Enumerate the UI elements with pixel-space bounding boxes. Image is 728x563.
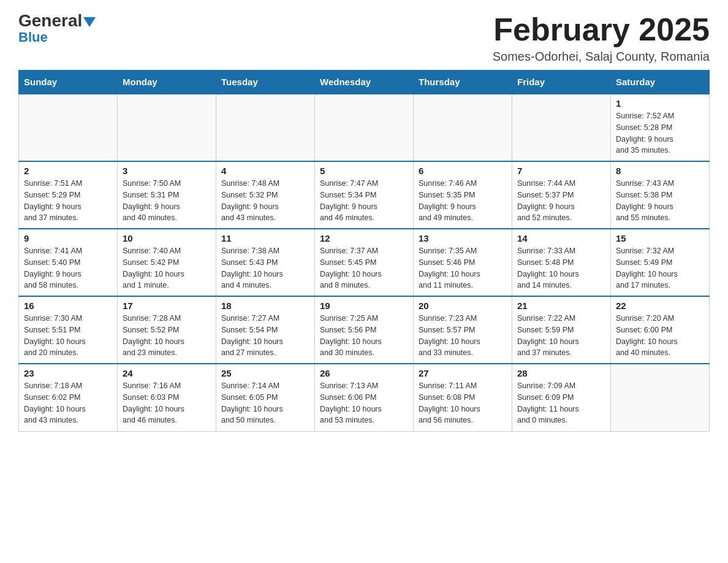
day-number: 21 bbox=[517, 301, 605, 311]
day-info: Sunrise: 7:43 AM Sunset: 5:38 PM Dayligh… bbox=[616, 178, 704, 224]
day-number: 22 bbox=[616, 301, 704, 311]
day-info: Sunrise: 7:09 AM Sunset: 6:09 PM Dayligh… bbox=[517, 380, 605, 426]
table-row bbox=[611, 364, 710, 431]
day-number: 24 bbox=[123, 368, 211, 378]
table-row bbox=[512, 94, 611, 161]
day-number: 4 bbox=[221, 166, 309, 176]
day-number: 27 bbox=[419, 368, 507, 378]
day-info: Sunrise: 7:28 AM Sunset: 5:52 PM Dayligh… bbox=[123, 313, 211, 359]
day-info: Sunrise: 7:41 AM Sunset: 5:40 PM Dayligh… bbox=[24, 245, 112, 291]
day-info: Sunrise: 7:13 AM Sunset: 6:06 PM Dayligh… bbox=[320, 380, 408, 426]
day-info: Sunrise: 7:20 AM Sunset: 6:00 PM Dayligh… bbox=[616, 313, 704, 359]
day-number: 6 bbox=[419, 166, 507, 176]
day-info: Sunrise: 7:38 AM Sunset: 5:43 PM Dayligh… bbox=[221, 245, 309, 291]
day-number: 7 bbox=[517, 166, 605, 176]
day-info: Sunrise: 7:27 AM Sunset: 5:54 PM Dayligh… bbox=[221, 313, 309, 359]
header-saturday: Saturday bbox=[611, 71, 710, 94]
table-row: 27Sunrise: 7:11 AM Sunset: 6:08 PM Dayli… bbox=[414, 364, 512, 431]
day-info: Sunrise: 7:14 AM Sunset: 6:05 PM Dayligh… bbox=[221, 380, 309, 426]
day-number: 5 bbox=[320, 166, 408, 176]
table-row bbox=[19, 94, 118, 161]
table-row: 3Sunrise: 7:50 AM Sunset: 5:31 PM Daylig… bbox=[118, 161, 216, 229]
logo: General Blue bbox=[18, 12, 96, 45]
table-row: 2Sunrise: 7:51 AM Sunset: 5:29 PM Daylig… bbox=[19, 161, 118, 229]
day-info: Sunrise: 7:23 AM Sunset: 5:57 PM Dayligh… bbox=[419, 313, 507, 359]
table-row: 20Sunrise: 7:23 AM Sunset: 5:57 PM Dayli… bbox=[414, 296, 512, 364]
month-title: February 2025 bbox=[493, 12, 710, 47]
day-number: 8 bbox=[616, 166, 704, 176]
table-row bbox=[118, 94, 216, 161]
day-info: Sunrise: 7:44 AM Sunset: 5:37 PM Dayligh… bbox=[517, 178, 605, 224]
day-number: 2 bbox=[24, 166, 112, 176]
table-row: 11Sunrise: 7:38 AM Sunset: 5:43 PM Dayli… bbox=[216, 229, 315, 296]
table-row: 17Sunrise: 7:28 AM Sunset: 5:52 PM Dayli… bbox=[118, 296, 216, 364]
calendar-table: Sunday Monday Tuesday Wednesday Thursday… bbox=[18, 70, 710, 432]
table-row: 4Sunrise: 7:48 AM Sunset: 5:32 PM Daylig… bbox=[216, 161, 315, 229]
table-row: 5Sunrise: 7:47 AM Sunset: 5:34 PM Daylig… bbox=[315, 161, 414, 229]
logo-general: General bbox=[18, 12, 96, 29]
day-info: Sunrise: 7:18 AM Sunset: 6:02 PM Dayligh… bbox=[24, 380, 112, 426]
calendar-week-row: 16Sunrise: 7:30 AM Sunset: 5:51 PM Dayli… bbox=[19, 296, 710, 364]
calendar-week-row: 23Sunrise: 7:18 AM Sunset: 6:02 PM Dayli… bbox=[19, 364, 710, 431]
calendar-header-row: Sunday Monday Tuesday Wednesday Thursday… bbox=[19, 71, 710, 94]
calendar-week-row: 1Sunrise: 7:52 AM Sunset: 5:28 PM Daylig… bbox=[19, 94, 710, 161]
day-info: Sunrise: 7:37 AM Sunset: 5:45 PM Dayligh… bbox=[320, 245, 408, 291]
day-number: 18 bbox=[221, 301, 309, 311]
day-number: 17 bbox=[123, 301, 211, 311]
day-number: 19 bbox=[320, 301, 408, 311]
day-info: Sunrise: 7:16 AM Sunset: 6:03 PM Dayligh… bbox=[123, 380, 211, 426]
table-row: 24Sunrise: 7:16 AM Sunset: 6:03 PM Dayli… bbox=[118, 364, 216, 431]
table-row: 16Sunrise: 7:30 AM Sunset: 5:51 PM Dayli… bbox=[19, 296, 118, 364]
table-row: 12Sunrise: 7:37 AM Sunset: 5:45 PM Dayli… bbox=[315, 229, 414, 296]
location-subtitle: Somes-Odorhei, Salaj County, Romania bbox=[493, 50, 710, 64]
table-row: 9Sunrise: 7:41 AM Sunset: 5:40 PM Daylig… bbox=[19, 229, 118, 296]
day-info: Sunrise: 7:48 AM Sunset: 5:32 PM Dayligh… bbox=[221, 178, 309, 224]
logo-triangle-icon bbox=[83, 17, 96, 27]
header-wednesday: Wednesday bbox=[315, 71, 414, 94]
table-row bbox=[315, 94, 414, 161]
day-info: Sunrise: 7:50 AM Sunset: 5:31 PM Dayligh… bbox=[123, 178, 211, 224]
day-info: Sunrise: 7:51 AM Sunset: 5:29 PM Dayligh… bbox=[24, 178, 112, 224]
calendar-week-row: 2Sunrise: 7:51 AM Sunset: 5:29 PM Daylig… bbox=[19, 161, 710, 229]
header-sunday: Sunday bbox=[19, 71, 118, 94]
day-number: 28 bbox=[517, 368, 605, 378]
day-number: 26 bbox=[320, 368, 408, 378]
table-row: 10Sunrise: 7:40 AM Sunset: 5:42 PM Dayli… bbox=[118, 229, 216, 296]
day-number: 14 bbox=[517, 233, 605, 243]
day-number: 11 bbox=[221, 233, 309, 243]
day-info: Sunrise: 7:25 AM Sunset: 5:56 PM Dayligh… bbox=[320, 313, 408, 359]
day-number: 16 bbox=[24, 301, 112, 311]
table-row: 15Sunrise: 7:32 AM Sunset: 5:49 PM Dayli… bbox=[611, 229, 710, 296]
table-row: 13Sunrise: 7:35 AM Sunset: 5:46 PM Dayli… bbox=[414, 229, 512, 296]
calendar-week-row: 9Sunrise: 7:41 AM Sunset: 5:40 PM Daylig… bbox=[19, 229, 710, 296]
day-number: 12 bbox=[320, 233, 408, 243]
day-info: Sunrise: 7:52 AM Sunset: 5:28 PM Dayligh… bbox=[616, 110, 704, 156]
day-number: 1 bbox=[616, 98, 704, 109]
day-info: Sunrise: 7:40 AM Sunset: 5:42 PM Dayligh… bbox=[123, 245, 211, 291]
day-info: Sunrise: 7:46 AM Sunset: 5:35 PM Dayligh… bbox=[419, 178, 507, 224]
day-info: Sunrise: 7:32 AM Sunset: 5:49 PM Dayligh… bbox=[616, 245, 704, 291]
day-info: Sunrise: 7:22 AM Sunset: 5:59 PM Dayligh… bbox=[517, 313, 605, 359]
day-info: Sunrise: 7:11 AM Sunset: 6:08 PM Dayligh… bbox=[419, 380, 507, 426]
table-row: 26Sunrise: 7:13 AM Sunset: 6:06 PM Dayli… bbox=[315, 364, 414, 431]
day-number: 15 bbox=[616, 233, 704, 243]
day-number: 13 bbox=[419, 233, 507, 243]
table-row: 8Sunrise: 7:43 AM Sunset: 5:38 PM Daylig… bbox=[611, 161, 710, 229]
day-number: 20 bbox=[419, 301, 507, 311]
day-info: Sunrise: 7:47 AM Sunset: 5:34 PM Dayligh… bbox=[320, 178, 408, 224]
table-row: 14Sunrise: 7:33 AM Sunset: 5:48 PM Dayli… bbox=[512, 229, 611, 296]
table-row: 22Sunrise: 7:20 AM Sunset: 6:00 PM Dayli… bbox=[611, 296, 710, 364]
day-number: 23 bbox=[24, 368, 112, 378]
table-row bbox=[414, 94, 512, 161]
table-row: 1Sunrise: 7:52 AM Sunset: 5:28 PM Daylig… bbox=[611, 94, 710, 161]
table-row: 7Sunrise: 7:44 AM Sunset: 5:37 PM Daylig… bbox=[512, 161, 611, 229]
header-friday: Friday bbox=[512, 71, 611, 94]
table-row: 6Sunrise: 7:46 AM Sunset: 5:35 PM Daylig… bbox=[414, 161, 512, 229]
day-number: 10 bbox=[123, 233, 211, 243]
table-row: 28Sunrise: 7:09 AM Sunset: 6:09 PM Dayli… bbox=[512, 364, 611, 431]
day-number: 3 bbox=[123, 166, 211, 176]
header-tuesday: Tuesday bbox=[216, 71, 315, 94]
table-row: 19Sunrise: 7:25 AM Sunset: 5:56 PM Dayli… bbox=[315, 296, 414, 364]
header-monday: Monday bbox=[118, 71, 216, 94]
table-row: 18Sunrise: 7:27 AM Sunset: 5:54 PM Dayli… bbox=[216, 296, 315, 364]
